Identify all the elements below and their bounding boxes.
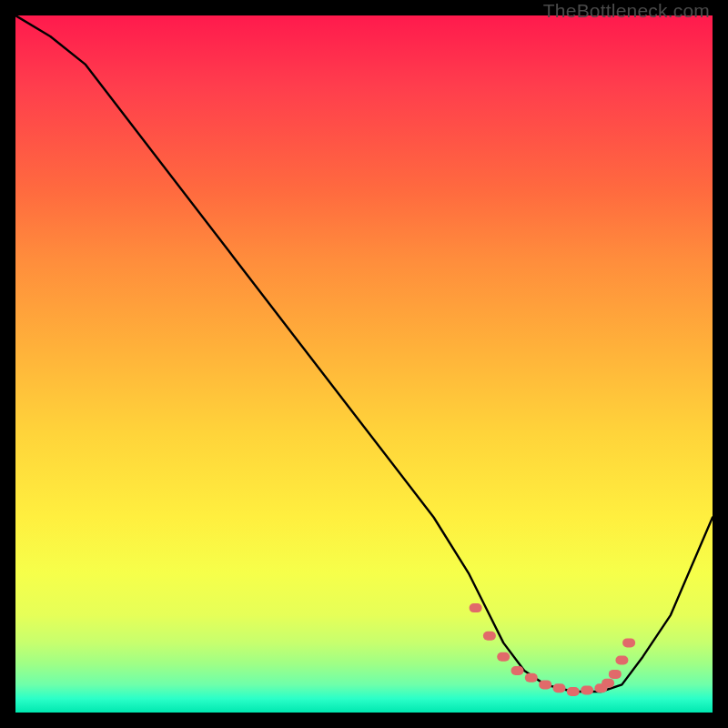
marker-dot [539,680,551,689]
chart-plot-area [15,15,713,713]
marker-dot [470,603,482,612]
marker-dot [622,638,635,647]
chart-svg [15,15,713,713]
marker-dot [615,656,628,665]
marker-dot [602,679,614,688]
marker-dot [525,673,538,682]
marker-dot [581,686,593,695]
bottleneck-curve [15,15,713,692]
marker-dot [567,687,580,696]
marker-dot [483,632,496,641]
optimal-range-markers [470,603,636,696]
marker-dot [497,652,510,662]
marker-dot [511,666,524,675]
chart-frame: TheBottleneck.com [0,0,728,728]
marker-dot [609,670,622,679]
marker-dot [553,683,566,693]
watermark-text: TheBottleneck.com [543,0,710,22]
